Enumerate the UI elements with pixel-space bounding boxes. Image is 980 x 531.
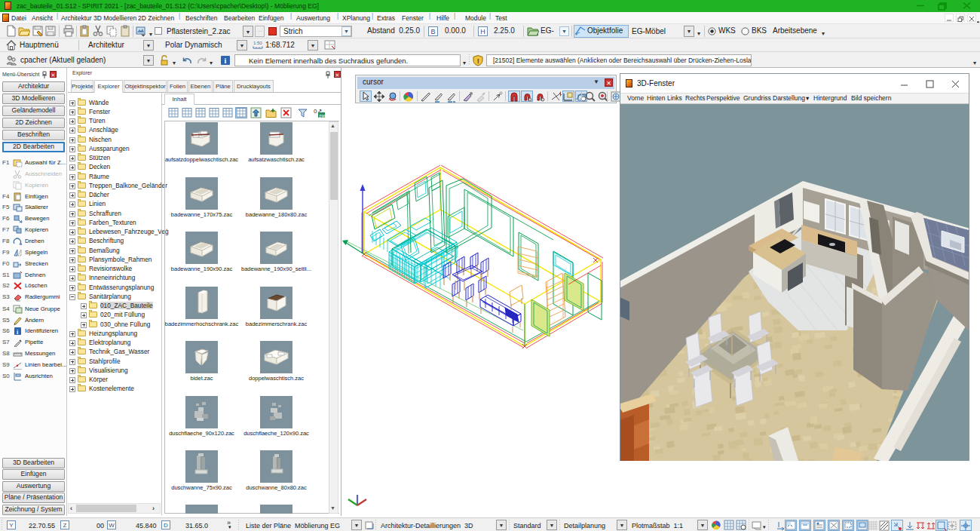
svg-text:zw: zw <box>319 113 325 118</box>
svg-text:!: ! <box>477 57 479 65</box>
svg-text:i: i <box>225 57 227 65</box>
svg-text:1:50: 1:50 <box>253 41 262 45</box>
